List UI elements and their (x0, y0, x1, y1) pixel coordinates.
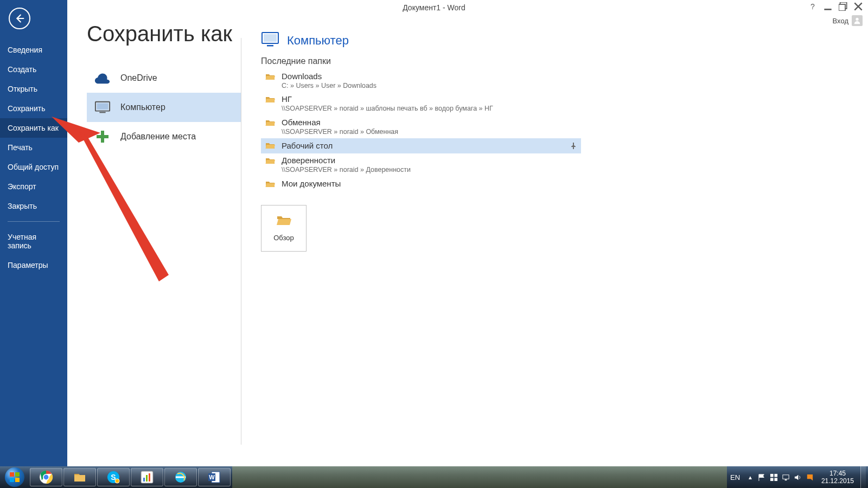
nav-item-print[interactable]: Печать (0, 138, 67, 157)
nav-item-saveas[interactable]: Сохранить как (0, 118, 67, 138)
close-window-button[interactable] (854, 2, 863, 11)
svg-rect-41 (785, 479, 787, 480)
nav-separator (8, 221, 60, 222)
svg-rect-38 (770, 478, 774, 481)
svg-text:W: W (209, 474, 215, 480)
folder-name: Downloads (282, 72, 376, 82)
nav-item-save[interactable]: Сохранить (0, 99, 67, 118)
nav-item-options[interactable]: Параметры (0, 255, 67, 275)
tray-clock[interactable]: 17:45 21.12.2015 (817, 470, 858, 485)
svg-rect-14 (267, 45, 273, 47)
recent-folder-row[interactable]: НГ\\SOAPSERVER » noraid » шаблоны печать… (261, 92, 581, 115)
tray-flag-icon[interactable] (757, 472, 767, 482)
nav-item-create[interactable]: Создать (0, 60, 67, 79)
place-label: OneDrive (120, 73, 157, 83)
back-button[interactable] (9, 8, 30, 29)
recent-folder-row[interactable]: Обменная\\SOAPSERVER » noraid » Обменная (261, 115, 581, 138)
onedrive-icon (94, 71, 111, 85)
recent-folder-row[interactable]: Доверенности\\SOAPSERVER » noraid » Дове… (261, 153, 581, 176)
tray-time: 17:45 (829, 470, 846, 477)
folder-icon (265, 179, 275, 190)
recent-folders-label: Последние папки (261, 56, 848, 66)
place-label: Компьютер (120, 102, 165, 112)
taskbar-app-chart[interactable] (131, 468, 163, 486)
browse-button[interactable]: Обзор (261, 205, 307, 252)
tray-action-center-icon[interactable] (805, 472, 815, 482)
svg-rect-40 (783, 474, 789, 479)
open-folder-icon (276, 214, 291, 228)
svg-rect-20 (15, 478, 20, 482)
show-desktop-button[interactable] (860, 466, 866, 488)
computer-icon (94, 100, 111, 114)
svg-rect-18 (15, 472, 20, 477)
folder-icon (265, 156, 275, 166)
signin-link[interactable]: Вход (833, 17, 848, 25)
svg-rect-29 (143, 478, 145, 481)
place-addplace[interactable]: Добавление места (87, 122, 241, 151)
nav-item-share[interactable]: Общий доступ (0, 157, 67, 177)
svg-rect-30 (146, 475, 148, 481)
taskbar-skype[interactable]: S (97, 468, 130, 486)
nav-item-close[interactable]: Закрыть (0, 196, 67, 216)
folder-icon (265, 140, 275, 151)
recent-folder-row[interactable]: DownloadsC: » Users » User » Downloads (261, 69, 581, 92)
nav-item-account[interactable]: Учетная запись (0, 227, 67, 255)
backstage-nav: Сведения Создать Открыть Сохранить Сохра… (0, 0, 67, 466)
browse-label: Обзор (273, 234, 294, 242)
user-avatar-icon[interactable] (852, 15, 863, 26)
taskbar-chrome[interactable] (30, 468, 62, 486)
nav-item-open[interactable]: Открыть (0, 79, 67, 99)
svg-rect-36 (770, 473, 774, 477)
tray-apps-icon[interactable] (769, 472, 779, 482)
recent-folders-list: DownloadsC: » Users » User » DownloadsНГ… (261, 69, 581, 192)
taskbar: S W EN ▲ 17:45 21.12.2015 (0, 466, 868, 488)
taskbar-ie[interactable] (164, 468, 197, 486)
page-title: Сохранить как (87, 22, 241, 46)
add-place-icon (94, 130, 111, 144)
nav-item-info[interactable]: Сведения (0, 40, 67, 60)
tray-date: 21.12.2015 (821, 477, 854, 485)
panel-title: Компьютер (287, 34, 349, 48)
folder-path: \\SOAPSERVER » noraid » шаблоны печать в… (282, 105, 493, 113)
start-button[interactable] (0, 466, 29, 488)
svg-rect-0 (824, 9, 831, 10)
recent-folder-row[interactable]: Рабочий стол (261, 138, 581, 153)
folder-name: Обменная (282, 118, 398, 128)
folder-icon (265, 94, 275, 105)
folder-icon (265, 118, 275, 129)
tray-network-icon[interactable] (781, 472, 791, 482)
svg-point-5 (856, 18, 858, 21)
place-onedrive[interactable]: OneDrive (87, 63, 241, 93)
restore-button[interactable] (839, 2, 847, 11)
svg-rect-31 (149, 473, 150, 481)
computer-icon (261, 31, 279, 50)
tray-language[interactable]: EN (727, 473, 743, 481)
place-label: Добавление места (120, 132, 196, 142)
svg-rect-2 (839, 4, 845, 11)
svg-rect-9 (99, 112, 105, 113)
svg-rect-13 (264, 34, 277, 42)
pin-icon[interactable] (570, 142, 577, 151)
recent-folder-row[interactable]: Мои документы (261, 177, 581, 192)
svg-rect-37 (775, 473, 778, 477)
minimize-button[interactable] (824, 2, 832, 11)
place-computer[interactable]: Компьютер (87, 93, 241, 122)
help-button[interactable]: ? (808, 2, 817, 11)
svg-rect-17 (10, 472, 14, 477)
taskbar-word[interactable]: W (198, 468, 231, 486)
folder-name: Рабочий стол (282, 141, 333, 151)
svg-rect-8 (97, 104, 108, 110)
folder-path: C: » Users » User » Downloads (282, 82, 376, 91)
taskbar-background (232, 466, 727, 488)
taskbar-explorer[interactable] (63, 468, 96, 486)
nav-item-export[interactable]: Экспорт (0, 177, 67, 196)
tray-volume-icon[interactable] (793, 472, 803, 482)
folder-name: Мои документы (282, 179, 341, 189)
folder-name: НГ (282, 94, 493, 105)
folder-path: \\SOAPSERVER » noraid » Доверенности (282, 166, 411, 175)
folder-path: \\SOAPSERVER » noraid » Обменная (282, 128, 398, 137)
tray-show-hidden-icons[interactable]: ▲ (745, 474, 755, 480)
svg-rect-11 (97, 135, 108, 138)
svg-rect-39 (775, 478, 778, 481)
svg-rect-19 (10, 478, 14, 482)
